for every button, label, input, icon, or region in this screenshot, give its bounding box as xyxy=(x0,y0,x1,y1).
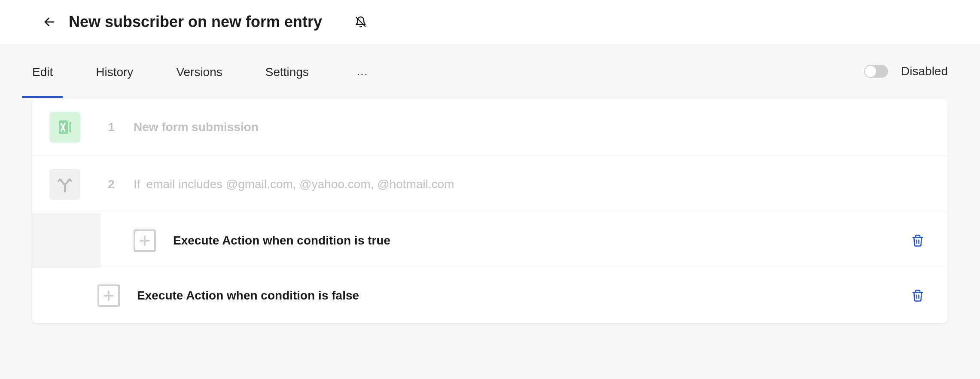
step-number: 1 xyxy=(106,120,116,134)
back-button[interactable] xyxy=(41,13,58,31)
trash-icon xyxy=(911,289,924,302)
branch-indent xyxy=(32,213,101,268)
plus-icon xyxy=(102,289,115,302)
step-icon-box xyxy=(49,169,80,200)
tab-settings[interactable]: Settings xyxy=(265,45,309,98)
step-label: New form submission xyxy=(134,120,259,134)
delete-branch-button[interactable] xyxy=(909,287,926,304)
branch-indent xyxy=(32,280,83,311)
step-icon-box xyxy=(49,112,80,143)
enable-toggle[interactable] xyxy=(864,65,888,78)
enable-toggle-wrap: Disabled xyxy=(864,64,948,78)
tabs-row: Edit History Versions Settings … Disable… xyxy=(0,44,980,99)
bell-off-icon xyxy=(355,16,367,28)
add-action-button[interactable] xyxy=(134,229,156,252)
tab-edit[interactable]: Edit xyxy=(32,45,53,98)
branch-icon xyxy=(56,176,73,193)
toggle-knob xyxy=(865,66,876,77)
tab-versions[interactable]: Versions xyxy=(176,45,222,98)
workflow-step[interactable]: 2 If email includes @gmail.com, @yahoo.c… xyxy=(32,156,948,213)
notifications-button[interactable] xyxy=(352,13,369,31)
svg-rect-3 xyxy=(70,122,71,133)
enable-toggle-label: Disabled xyxy=(901,64,948,78)
step-if-prefix: If xyxy=(134,177,140,191)
trash-icon xyxy=(911,234,924,247)
form-icon xyxy=(56,118,74,136)
arrow-left-icon xyxy=(43,15,56,28)
plus-icon xyxy=(138,234,151,247)
page-body: Edit History Versions Settings … Disable… xyxy=(0,44,980,379)
step-number: 2 xyxy=(106,177,116,191)
branch-row-false: Execute Action when condition is false xyxy=(32,268,948,323)
branch-label: Execute Action when condition is false xyxy=(137,289,909,303)
page-title: New subscriber on new form entry xyxy=(69,13,322,31)
tabs: Edit History Versions Settings … xyxy=(32,44,373,99)
page-header: New subscriber on new form entry xyxy=(0,0,980,44)
branch-label: Execute Action when condition is true xyxy=(173,234,909,248)
workflow-step[interactable]: 1 New form submission xyxy=(32,99,948,156)
step-condition: email includes @gmail.com, @yahoo.com, @… xyxy=(146,177,454,191)
tab-more[interactable]: … xyxy=(352,64,373,78)
tab-history[interactable]: History xyxy=(96,45,133,98)
workflow-card: 1 New form submission 2 If email include… xyxy=(32,99,948,323)
branch-row-true: Execute Action when condition is true xyxy=(32,213,948,268)
delete-branch-button[interactable] xyxy=(909,232,926,249)
add-action-button[interactable] xyxy=(97,284,120,307)
